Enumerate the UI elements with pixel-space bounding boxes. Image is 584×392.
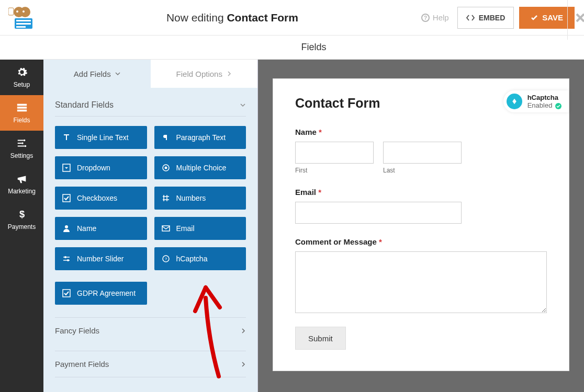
paragraph-icon [162,133,170,142]
badge-status: Enabled [527,101,553,109]
sliders-icon [62,255,71,263]
svg-point-25 [67,259,69,261]
svg-rect-28 [63,290,70,297]
gear-icon [16,66,28,78]
form-preview[interactable]: hCaptcha Enabled Contact Form Name * Fir… [273,78,569,371]
field-grid: Single Line Text Paragraph Text Dropdown… [43,119,257,282]
svg-rect-21 [63,194,70,202]
side-nav: Setup Fields Settings Marketing $ Paymen… [0,60,43,392]
svg-point-2 [16,10,18,13]
sliders-icon [16,137,28,149]
svg-point-22 [65,225,68,228]
group-fancy[interactable]: Fancy Fields [55,317,246,343]
field-label: Email [176,224,195,233]
field-hcaptcha[interactable]: ?hCaptcha [154,247,246,270]
group-label: Fancy Fields [55,326,99,335]
nav-label: Setup [14,81,30,88]
field-label: Checkboxes [77,194,117,202]
chevron-right-icon [227,71,232,76]
tab-field-options[interactable]: Field Options [151,60,258,88]
close-button[interactable] [567,0,584,40]
nav-settings[interactable]: Settings [0,131,43,166]
first-sublabel: First [295,167,374,174]
message-textarea[interactable] [295,251,547,313]
field-label: GDPR Agreement [77,289,136,297]
chevron-down-icon [240,102,246,108]
nav-setup[interactable]: Setup [0,60,43,95]
svg-point-24 [64,256,66,258]
svg-point-14 [23,140,25,142]
field-label: Single Line Text [77,133,129,142]
svg-point-16 [24,145,26,147]
field-label: Name [77,224,96,233]
field-name[interactable]: Name [55,217,147,240]
bullhorn-icon [16,173,28,185]
field-email[interactable]: Email [154,217,246,240]
first-name-input[interactable] [295,142,374,164]
help-button[interactable]: ? Help [421,13,449,22]
field-multiple-choice[interactable]: Multiple Choice [154,156,246,179]
submit-button[interactable]: Submit [295,327,346,350]
svg-rect-7 [16,23,31,25]
chevron-right-icon [241,328,246,333]
list-icon [16,102,28,113]
svg-rect-6 [16,20,31,21]
svg-rect-12 [17,107,26,109]
submit-label: Submit [308,334,333,343]
hash-icon [162,194,170,202]
form-name: Contact Form [227,11,298,24]
field-dropdown[interactable]: Dropdown [55,156,147,179]
badge-title: hCaptcha [527,94,561,101]
group-standard[interactable]: Standard Fields [55,100,246,117]
field-numbers[interactable]: Numbers [154,187,246,210]
tab-label: Add Fields [74,70,111,78]
checkbox-icon [62,289,71,297]
svg-rect-13 [17,110,26,112]
name-label: Name * [295,128,547,136]
svg-text:$: $ [19,209,24,220]
embed-button[interactable]: EMBED [457,7,514,29]
last-sublabel: Last [383,167,462,174]
field-number-slider[interactable]: Number Slider [55,247,147,270]
svg-point-1 [20,7,30,17]
text-icon [62,133,71,142]
field-single-line-text[interactable]: Single Line Text [55,126,147,149]
field-label: Numbers [176,194,206,202]
field-gdpr[interactable]: GDPR Agreement [55,282,147,305]
panel-tabs: Add Fields Field Options [43,60,257,88]
nav-fields[interactable]: Fields [0,95,43,131]
email-input[interactable] [295,202,462,224]
group-payment[interactable]: Payment Fields [55,351,246,377]
nav-marketing[interactable]: Marketing [0,166,43,202]
help-icon: ? [421,14,430,22]
preview-area: hCaptcha Enabled Contact Form Name * Fir… [258,60,584,392]
save-button[interactable]: SAVE [519,7,575,29]
section-title: Fields [43,36,584,60]
check-icon [531,14,538,21]
caret-square-icon [62,164,71,172]
field-paragraph-text[interactable]: Paragraph Text [154,126,246,149]
svg-text:?: ? [424,15,427,21]
editing-title: Now editing Contact Form [43,11,421,24]
code-icon [466,14,475,21]
svg-rect-8 [16,26,26,28]
field-checkboxes[interactable]: Checkboxes [55,187,147,210]
svg-point-3 [23,10,25,13]
main-row: Setup Fields Settings Marketing $ Paymen… [0,60,584,392]
tab-add-fields[interactable]: Add Fields [43,60,151,88]
last-name-input[interactable] [383,142,462,164]
editing-prefix: Now editing [166,11,227,24]
svg-text:?: ? [164,257,167,261]
nav-payments[interactable]: $ Payments [0,202,43,237]
fields-panel: Add Fields Field Options Standard Fields… [43,60,258,392]
save-label: SAVE [542,13,563,22]
chevron-right-icon [241,362,246,367]
svg-rect-4 [8,8,14,15]
checkbox-icon [62,194,71,202]
svg-point-15 [21,142,24,144]
nav-label: Payments [8,223,36,230]
field-label: Dropdown [77,164,110,172]
svg-rect-23 [162,226,170,231]
close-icon [575,13,585,23]
email-label: Email * [295,188,547,197]
